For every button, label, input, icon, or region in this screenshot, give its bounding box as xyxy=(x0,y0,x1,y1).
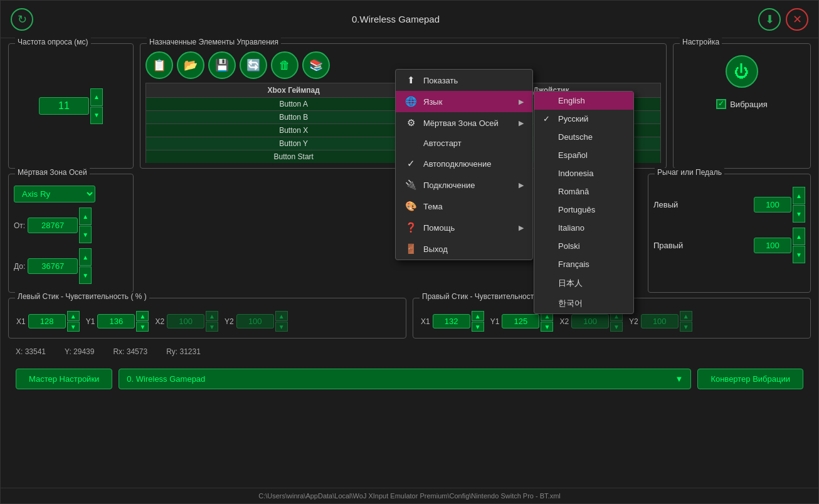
from-input[interactable] xyxy=(28,218,78,233)
left-x2-input[interactable] xyxy=(167,314,204,328)
to-down[interactable]: ▼ xyxy=(79,266,92,284)
left-y2-down[interactable]: ▼ xyxy=(275,322,288,332)
right-y2-down[interactable]: ▼ xyxy=(680,322,692,332)
left-y1-down[interactable]: ▼ xyxy=(136,322,149,332)
menu-help-label: Помощь xyxy=(423,223,455,233)
right-label: Правый xyxy=(653,241,683,250)
left-pedal-down[interactable]: ▼ xyxy=(793,205,805,223)
device-dropdown[interactable]: 0. Wireless Gamepad ▼ xyxy=(119,369,691,389)
frequency-input[interactable]: 11 xyxy=(39,97,89,115)
menu-theme[interactable]: 🎨 Тема xyxy=(396,196,532,217)
vib-converter-button[interactable]: Конвертер Вибрации xyxy=(697,369,803,389)
lang-polski-label: Polski xyxy=(558,241,580,251)
from-up[interactable]: ▲ xyxy=(79,207,92,225)
right-y2-up[interactable]: ▲ xyxy=(680,311,692,321)
layers-button[interactable]: 📚 xyxy=(302,51,330,79)
autoconnect-check-icon: ✓ xyxy=(404,158,417,169)
close-button[interactable]: ✕ xyxy=(786,8,808,31)
left-pedal-up[interactable]: ▲ xyxy=(793,187,805,204)
menu-exit[interactable]: 🚪 Выход xyxy=(396,238,532,260)
help-icon: ❓ xyxy=(404,222,417,233)
lang-portugues[interactable]: Português xyxy=(534,201,633,219)
lang-francais-label: Français xyxy=(558,260,589,269)
lang-polski[interactable]: Polski xyxy=(534,237,633,255)
russian-check-icon: ✓ xyxy=(543,114,553,123)
lang-russian[interactable]: ✓ Русский xyxy=(534,110,633,128)
vibration-row: Вибрация xyxy=(716,99,768,109)
deadzone-icon: ⚙ xyxy=(404,117,417,129)
to-up[interactable]: ▲ xyxy=(79,248,92,266)
left-x1: X1 ▲ ▼ xyxy=(16,311,80,332)
left-x1-up[interactable]: ▲ xyxy=(67,311,80,321)
master-settings-button[interactable]: Мастер Настройки xyxy=(16,369,112,389)
right-y1-input[interactable] xyxy=(502,314,539,328)
power-button[interactable]: ⏻ xyxy=(726,55,758,88)
left-x2-down[interactable]: ▼ xyxy=(206,322,218,332)
right-x1-input[interactable] xyxy=(433,314,470,328)
right-pedal-down[interactable]: ▼ xyxy=(793,246,805,263)
right-x1-down[interactable]: ▼ xyxy=(472,322,484,332)
from-down[interactable]: ▼ xyxy=(79,226,92,243)
left-y2-up[interactable]: ▲ xyxy=(275,311,288,321)
left-y2-input[interactable] xyxy=(236,314,274,328)
right-x2-down[interactable]: ▼ xyxy=(610,322,623,332)
sensitivity-row: Левый Стик - Чувствительность ( % ) X1 ▲… xyxy=(8,298,811,339)
lang-francais[interactable]: Français xyxy=(534,255,633,273)
left-pedal-input[interactable] xyxy=(754,197,791,213)
lang-deutsche[interactable]: Deutsche xyxy=(534,128,633,146)
lang-espanol-label: Español xyxy=(558,150,588,160)
to-input[interactable] xyxy=(28,258,78,274)
open-button[interactable]: 📂 xyxy=(177,51,204,79)
lang-espanol[interactable]: Español xyxy=(534,146,633,164)
right-x1-up[interactable]: ▲ xyxy=(472,311,484,321)
left-stick-grid: X1 ▲ ▼ Y1 xyxy=(16,311,398,332)
frequency-panel: Частота опроса (мс) 11 ▲ ▼ xyxy=(8,43,134,169)
left-y2: Y2 ▲ ▼ xyxy=(225,311,288,332)
lang-korean[interactable]: 한국어 xyxy=(534,293,633,313)
menu-deadzone[interactable]: ⚙ Мёртвая Зона Осей ▶ xyxy=(396,112,532,134)
left-y1-up[interactable]: ▲ xyxy=(136,311,149,321)
lang-indonesia[interactable]: Indonesia xyxy=(534,164,633,182)
delete-button[interactable]: 🗑 xyxy=(271,51,299,79)
left-y1: Y1 ▲ ▼ xyxy=(86,311,149,332)
lang-romana[interactable]: Română xyxy=(534,182,633,201)
footer-path: C:\Users\winra\AppData\Local\WoJ XInput … xyxy=(1,488,818,503)
menu-show[interactable]: ⬆ Показать xyxy=(396,70,532,91)
right-x2-input[interactable] xyxy=(571,314,609,328)
refresh-button[interactable]: ↻ xyxy=(11,8,33,31)
frequency-up[interactable]: ▲ xyxy=(90,88,103,106)
menu-help[interactable]: ❓ Помощь ▶ xyxy=(396,217,532,238)
lang-indonesia-label: Indonesia xyxy=(558,169,593,178)
lang-italiano[interactable]: Italiano xyxy=(534,219,633,237)
lang-japanese[interactable]: 日本人 xyxy=(534,273,633,293)
from-field: От: ▲ ▼ xyxy=(14,207,128,243)
menu-connect[interactable]: 🔌 Подключение ▶ xyxy=(396,174,532,196)
frequency-down[interactable]: ▼ xyxy=(90,107,103,124)
right-y1-down[interactable]: ▼ xyxy=(541,322,553,332)
lang-english-label: English xyxy=(558,96,585,105)
vibration-checkbox[interactable] xyxy=(716,99,726,109)
deadzone-arrow-icon: ▶ xyxy=(519,119,524,127)
right-pedal-input[interactable] xyxy=(754,238,791,253)
menu-autoconnect[interactable]: ✓ Автоподключение xyxy=(396,153,532,174)
lang-japanese-label: 日本人 xyxy=(558,278,583,289)
right-stick-title: Правый Стик - Чувствительность xyxy=(420,292,541,301)
left-x1-down[interactable]: ▼ xyxy=(67,322,80,332)
right-y1-label: Y1 xyxy=(490,317,500,326)
left-x2-up[interactable]: ▲ xyxy=(206,311,218,321)
frequency-spinner: 11 ▲ ▼ xyxy=(39,88,103,124)
copy-button[interactable]: 📋 xyxy=(145,51,173,79)
lang-english[interactable]: English xyxy=(534,92,633,110)
menu-language[interactable]: 🌐 Язык ▶ English ✓ Русский Deutsche xyxy=(396,91,532,112)
right-y2-input[interactable] xyxy=(641,314,679,328)
axis-select[interactable]: Axis Ry xyxy=(14,186,95,202)
left-x1-input[interactable] xyxy=(28,314,66,328)
download-button[interactable]: ⬇ xyxy=(758,8,781,31)
right-pedal-up[interactable]: ▲ xyxy=(793,228,805,245)
pedal-panel: Рычаг или Педаль Левый ▲ ▼ Прав xyxy=(648,174,811,293)
left-y1-input[interactable] xyxy=(97,314,135,328)
menu-autostart[interactable]: Автостарт xyxy=(396,134,532,153)
save-button[interactable]: 💾 xyxy=(208,51,236,79)
export-button[interactable]: 🔄 xyxy=(240,51,267,79)
pedal-content: Левый ▲ ▼ Правый xyxy=(653,187,805,263)
